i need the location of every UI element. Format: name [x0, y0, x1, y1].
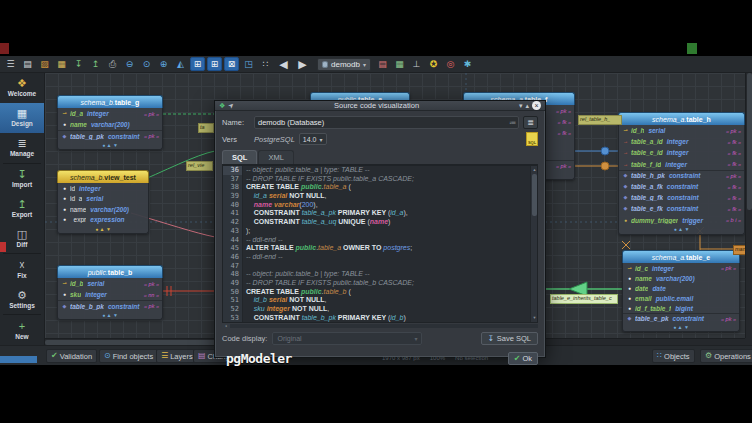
- table-row[interactable]: ⊸id_cinteger« pk »: [623, 263, 739, 273]
- sidebar-item-design[interactable]: ▦Design: [0, 103, 44, 133]
- pin-icon[interactable]: ➤: [227, 101, 236, 110]
- zoom-in-button[interactable]: ⊕: [156, 57, 171, 71]
- table-row[interactable]: ◆table_e_pkconstraint« pk »: [623, 313, 739, 323]
- table-widget-table-b[interactable]: public.table_b⊸id_bserial« pk »●skuinteg…: [57, 265, 163, 320]
- table-widget-table-g[interactable]: schema_b.table_g⊸id_ainteger« pk »●namev…: [57, 95, 163, 150]
- print-button[interactable]: ⎙: [105, 57, 120, 71]
- table-header[interactable]: schema_a.table_e: [622, 250, 740, 263]
- table-row[interactable]: ⊸id_hserial« pk »: [619, 125, 744, 136]
- table-header[interactable]: schema_a.table_h: [618, 112, 745, 125]
- name-field[interactable]: demodb (Database) ≔: [254, 116, 519, 129]
- code-vscrollbar[interactable]: ▲▼: [530, 166, 537, 322]
- sidebar-item-export[interactable]: ↥Export: [0, 194, 44, 224]
- align-to-grid-button[interactable]: ⊠: [224, 57, 239, 71]
- table-header[interactable]: schema_b.view_test: [57, 170, 149, 183]
- table-row[interactable]: ◆table_a_fkconstraint« fk »: [619, 181, 744, 192]
- table-header[interactable]: schema_b.table_g: [57, 95, 163, 108]
- new-model-button[interactable]: ▤: [20, 57, 35, 71]
- sidebar-item-diff[interactable]: ◫Diff: [0, 223, 44, 253]
- show-grid-button[interactable]: ⊞: [190, 57, 205, 71]
- rel-table-h-label[interactable]: rel_table_h_: [578, 115, 622, 125]
- table-row[interactable]: ◆table_e_fkconstraint« fk »: [619, 203, 744, 214]
- settings-icon: ⚙: [17, 290, 27, 301]
- find-objects-button[interactable]: ⊙Find objects: [99, 349, 158, 363]
- table-row[interactable]: ●id_aserial: [58, 194, 148, 205]
- next-arrow-button[interactable]: ▶: [294, 57, 311, 71]
- table-row[interactable]: ◆table_h_pkconstraint« pk »: [619, 170, 744, 181]
- table-widget-table-h[interactable]: schema_a.table_h⊸id_hserial« pk »→table_…: [618, 112, 745, 235]
- inherit-label[interactable]: table_e_inherits_table_c: [550, 294, 618, 304]
- sidebar-item-import[interactable]: ↧Import: [0, 164, 44, 194]
- sidebar-item-new[interactable]: +New: [0, 315, 44, 345]
- save-sql-button[interactable]: ↧ Save SQL: [481, 332, 538, 345]
- show-id-button[interactable]: ≣: [523, 116, 538, 129]
- table-row[interactable]: ●_exprexpression: [58, 215, 148, 226]
- magnetism-button[interactable]: ∷: [258, 57, 273, 71]
- table-row[interactable]: ●datedate: [623, 283, 739, 293]
- table-row[interactable]: ●id_f_table_fbigint: [623, 303, 739, 313]
- line-number: 42: [223, 218, 242, 227]
- table-row[interactable]: →table_a_idinteger« fk »: [619, 136, 744, 147]
- donate-button[interactable]: ✪: [426, 57, 441, 71]
- export-button[interactable]: ↥: [88, 57, 103, 71]
- table-row[interactable]: ●skuinteger« nn »: [58, 289, 162, 300]
- sidebar-item-fix[interactable]: ☓Fix: [0, 254, 44, 284]
- edit-icon[interactable]: ≔: [509, 119, 516, 127]
- save-model-button[interactable]: ▦: [54, 57, 69, 71]
- check-update-button[interactable]: ✱: [460, 57, 475, 71]
- close-icon[interactable]: ×: [532, 101, 541, 110]
- many-label[interactable]: many: [733, 245, 745, 255]
- dialog-titlebar[interactable]: ❖ ➤ Source code visualization ▾ ▴ ×: [215, 101, 545, 111]
- db-selector[interactable]: demodb ▾: [317, 58, 371, 71]
- rel-view-label[interactable]: rel_vie: [186, 161, 213, 171]
- code-display-combo[interactable]: Original ▾: [272, 332, 422, 345]
- canvas-vscrollbar[interactable]: [745, 73, 752, 338]
- main-menu-button[interactable]: ☰: [3, 57, 18, 71]
- operations-button[interactable]: ⚙Operations: [700, 349, 752, 363]
- table-header[interactable]: public.table_b: [57, 265, 163, 278]
- layers-button[interactable]: ☰Layers: [156, 349, 198, 363]
- table-row[interactable]: ●namevarchar(200): [623, 273, 739, 283]
- sql-file-icon[interactable]: SQL: [526, 132, 538, 146]
- ok-button[interactable]: ✔ Ok: [508, 352, 538, 365]
- table-row[interactable]: ●namevarchar(200): [58, 119, 162, 130]
- zoom-out-button[interactable]: ⊖: [122, 57, 137, 71]
- validation-button[interactable]: ✔Validation: [46, 349, 97, 363]
- open-model-button[interactable]: ▨: [37, 57, 52, 71]
- source-editor-button[interactable]: ▤: [375, 57, 390, 71]
- plugins-button[interactable]: ⊥: [409, 57, 424, 71]
- save-as-button[interactable]: ↧: [71, 57, 86, 71]
- table-row[interactable]: ◆table_g_fkconstraint« fk »: [619, 192, 744, 203]
- rel-table-label[interactable]: ta: [198, 123, 214, 133]
- sidebar-item-manage[interactable]: ≣Manage: [0, 133, 44, 163]
- unshade-icon[interactable]: ▴: [525, 102, 529, 109]
- table-row[interactable]: →table_e_idinteger« fk »: [619, 147, 744, 158]
- table-row[interactable]: ●emailpublic.email: [623, 293, 739, 303]
- sidebar-item-settings[interactable]: ⚙Settings: [0, 284, 44, 314]
- view-widget-view-test[interactable]: schema_b.view_test●idinteger●id_aserial●…: [57, 170, 149, 234]
- tab-sql[interactable]: SQL: [222, 150, 257, 164]
- previous-arrow-button[interactable]: ◀: [275, 57, 292, 71]
- table-row[interactable]: ●namevarchar(200): [58, 204, 148, 215]
- snap-to-grid-button[interactable]: ⊞: [207, 57, 222, 71]
- expand-canvas-button[interactable]: ◳: [241, 57, 256, 71]
- table-row[interactable]: →table_f_idinteger« fk »: [619, 159, 744, 170]
- table-row[interactable]: ⊸id_ainteger« pk »: [58, 108, 162, 119]
- export-image-button[interactable]: ▦: [392, 57, 407, 71]
- objects-button[interactable]: ∷Objects: [652, 349, 695, 363]
- version-combo[interactable]: 14.0 ▾: [299, 133, 327, 145]
- table-row[interactable]: ⊸id_bserial« pk »: [58, 278, 162, 289]
- table-row[interactable]: ◆table_g_pkconstraint« pk »: [58, 130, 162, 141]
- zoom-reset-button[interactable]: ⊙: [139, 57, 154, 71]
- highlight-object-button[interactable]: ◭: [173, 57, 188, 71]
- shade-icon[interactable]: ▾: [519, 102, 523, 109]
- sidebar-item-welcome[interactable]: ❖Welcome: [0, 73, 44, 103]
- code-hscrollbar[interactable]: ◂: [222, 324, 538, 328]
- support-button[interactable]: ◎: [443, 57, 458, 71]
- table-row[interactable]: ●idinteger: [58, 183, 148, 194]
- table-row[interactable]: ◆table_b_pkconstraint« pk »: [58, 300, 162, 311]
- sql-code-view[interactable]: 363738394041424344454647484950515253 -- …: [222, 165, 538, 323]
- table-widget-table-e[interactable]: schema_a.table_e⊸id_cinteger« pk »●namev…: [622, 250, 740, 332]
- table-row[interactable]: ●dummy_triggertrigger« b i »: [619, 215, 744, 226]
- tab-xml[interactable]: XML: [258, 150, 293, 164]
